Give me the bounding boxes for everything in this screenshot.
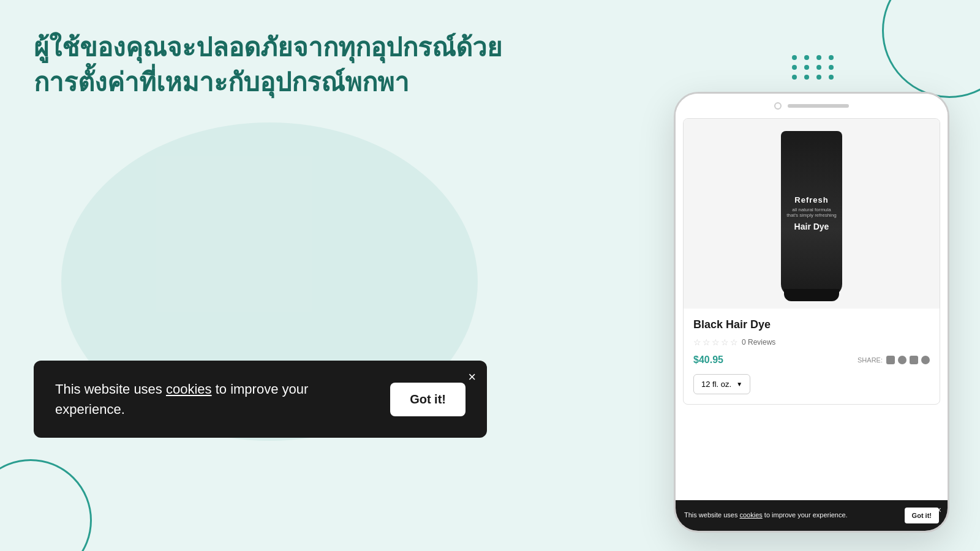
review-count: 0 Reviews — [742, 338, 775, 347]
close-button-small[interactable]: × — [937, 505, 941, 515]
product-image-area: Refresh all natural formula that's simpl… — [684, 119, 940, 309]
instagram-icon[interactable] — [910, 356, 918, 364]
phone-speaker — [788, 104, 849, 108]
decorative-circle-bottom-left — [0, 459, 92, 551]
size-selector[interactable]: 12 fl. oz. ▼ — [693, 374, 750, 394]
star-2: ☆ — [703, 337, 710, 347]
close-button-large[interactable]: × — [468, 369, 476, 385]
star-1: ☆ — [693, 337, 701, 347]
got-it-button-small[interactable]: Got it! — [905, 508, 939, 523]
star-3: ☆ — [712, 337, 720, 347]
cookie-text-after-link-small: to improve your experience. — [763, 511, 848, 519]
star-5: ☆ — [730, 337, 738, 347]
googleplus-icon[interactable] — [921, 356, 930, 364]
cookies-link-small[interactable]: cookies — [739, 511, 762, 519]
tube-label: Refresh all natural formula that's simpl… — [781, 190, 842, 237]
page-title: ผู้ใช้ของคุณจะปลอดภัยจากทุกอุปกรณ์ด้วยกา… — [34, 31, 524, 100]
cookie-text-before-link-large: This website uses — [55, 381, 166, 397]
product-image: Refresh all natural formula that's simpl… — [781, 131, 842, 296]
cookies-link-large[interactable]: cookies — [166, 381, 212, 397]
cookie-message-large: This website uses cookies to improve you… — [55, 379, 372, 419]
cookie-banner-large: This website uses cookies to improve you… — [34, 361, 487, 438]
dropdown-arrow-icon: ▼ — [736, 381, 742, 388]
product-price-row: $40.95 SHARE: — [693, 354, 930, 365]
product-info: Black Hair Dye ☆ ☆ ☆ ☆ ☆ 0 Reviews $40.9… — [684, 309, 940, 404]
decorative-circle-top-right — [882, 0, 980, 98]
share-icons — [886, 356, 930, 364]
star-rating: ☆ ☆ ☆ ☆ ☆ — [693, 337, 738, 347]
brand-name: Refresh — [786, 195, 837, 204]
share-label: SHARE: — [858, 356, 883, 364]
product-price: $40.95 — [693, 354, 723, 365]
product-tagline: all natural formula that's simply refres… — [786, 207, 837, 218]
pinterest-icon[interactable] — [898, 356, 907, 364]
tube-cap — [784, 289, 839, 301]
share-section: SHARE: — [858, 356, 930, 364]
facebook-icon[interactable] — [886, 356, 895, 364]
got-it-button-large[interactable]: Got it! — [390, 383, 466, 416]
product-card: Refresh all natural formula that's simpl… — [683, 118, 940, 405]
phone-camera — [774, 102, 782, 110]
tube-product-name: Hair Dye — [786, 222, 837, 232]
phone-top-bar — [676, 94, 948, 118]
cookie-banner-small: This website uses cookies to improve you… — [676, 500, 948, 531]
cookie-text-before-link-small: This website uses — [684, 511, 739, 519]
dot-grid-decoration — [792, 55, 836, 80]
product-name: Black Hair Dye — [693, 318, 930, 331]
phone-mockup: Refresh all natural formula that's simpl… — [674, 92, 949, 533]
star-4: ☆ — [721, 337, 729, 347]
size-value: 12 fl. oz. — [701, 380, 731, 389]
cookie-message-small: This website uses cookies to improve you… — [684, 511, 899, 520]
product-rating: ☆ ☆ ☆ ☆ ☆ 0 Reviews — [693, 337, 930, 347]
